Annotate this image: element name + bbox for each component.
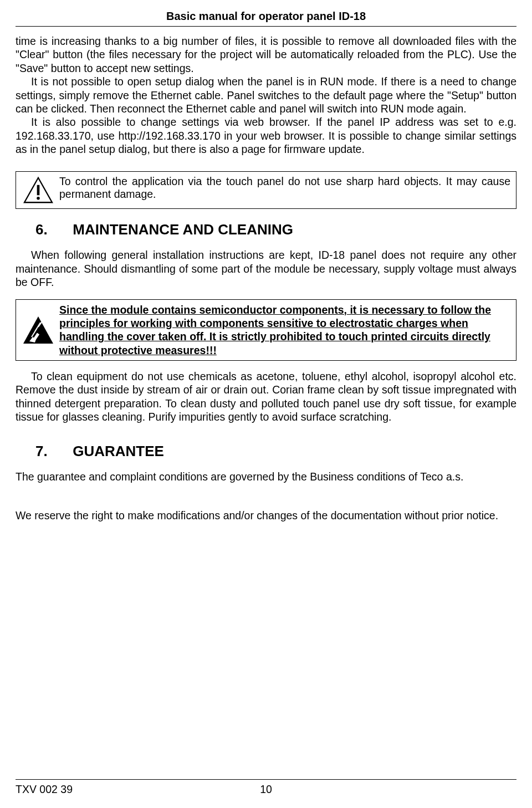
warning-callout-text: To control the application via the touch… — [59, 172, 516, 204]
paragraph-1: time is increasing thanks to a big numbe… — [16, 34, 516, 75]
section-6-title: MAINTENANCE AND CLEANING — [73, 221, 293, 238]
paragraph-6b: To clean equipment do not use chemicals … — [16, 370, 516, 424]
svg-point-2 — [37, 197, 40, 200]
paragraph-7b: We reserve the right to make modificatio… — [16, 509, 516, 522]
section-7-title: GUARANTEE — [73, 443, 164, 459]
paragraph-6a: When following general installation inst… — [16, 248, 516, 289]
paragraph-3: It is also possible to change settings v… — [16, 115, 516, 156]
paragraph-2: It is not possible to open setup dialog … — [16, 75, 516, 115]
footer-page-number: 10 — [260, 783, 272, 796]
section-6-number: 6. — [35, 221, 69, 238]
page-header-title: Basic manual for operator panel ID-18 — [16, 10, 516, 27]
svg-marker-3 — [23, 316, 53, 344]
footer-doc-ref: TXV 002 39 — [16, 783, 73, 796]
paragraph-7a: The guarantee and complaint conditions a… — [16, 470, 516, 483]
esd-icon — [22, 315, 55, 346]
section-6-heading: 6. MAINTENANCE AND CLEANING — [35, 221, 516, 238]
section-7-heading: 7. GUARANTEE — [35, 443, 516, 460]
esd-callout: Since the module contains semiconductor … — [16, 299, 516, 361]
warning-callout: To control the application via the touch… — [16, 171, 516, 209]
svg-rect-1 — [37, 185, 40, 196]
esd-callout-text: Since the module contains semiconductor … — [59, 300, 516, 361]
section-7-number: 7. — [35, 443, 69, 460]
warning-triangle-icon — [23, 176, 54, 204]
page-footer: TXV 002 39 10 . — [16, 779, 516, 796]
